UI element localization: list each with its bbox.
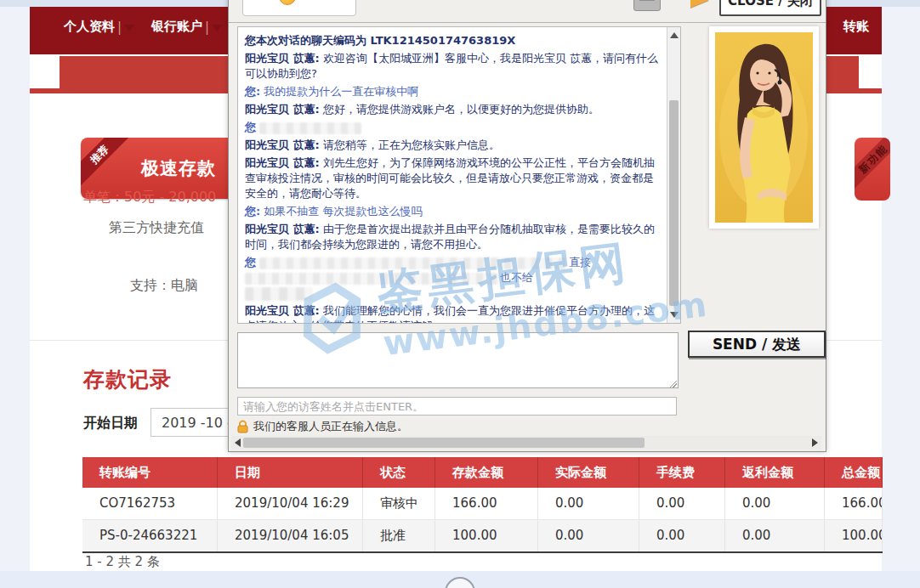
nav-item-bank-account[interactable]: 银行账户|: [151, 19, 222, 35]
chat-quick-input[interactable]: [242, 0, 356, 16]
chat-message: 阳光宝贝 苡蕙: 您好，请您提供游戏账户名，以便更好的为您提供协助。: [245, 102, 658, 117]
scroll-up-icon[interactable]: [670, 32, 679, 38]
records-title: 存款记录: [83, 365, 172, 393]
lock-icon: [237, 420, 248, 433]
conversation-scrollbar[interactable]: [667, 27, 680, 323]
chat-message: 阳光宝贝 苡蕙: 刘先生您好，为了保障网络游戏环境的公平公正性，平台方会随机抽查…: [245, 155, 658, 201]
emoji-icon: [279, 0, 296, 5]
chat-message-redacted: 您 直接也不给: [245, 255, 658, 301]
chat-message: 阳光宝贝 苡蕙: 由于您是首次提出提款并且由平台分随机抽取审核，是需要比较久的时…: [245, 222, 658, 252]
chat-toolbar: CLOSE / 关闭: [229, 0, 826, 23]
scroll-down-icon[interactable]: [670, 312, 679, 318]
resize-grip[interactable]: [669, 380, 677, 387]
chevron-down-icon: [212, 25, 222, 31]
deposit-method-text: 第三方快捷充值: [109, 219, 204, 237]
nav-item-transfer[interactable]: 转账: [843, 19, 869, 35]
new-feature-button[interactable]: 新功能: [855, 138, 890, 201]
deposit-support-text: 支持：电脑: [130, 277, 198, 295]
close-chat-button[interactable]: CLOSE / 关闭: [719, 0, 821, 16]
print-icon[interactable]: [633, 0, 661, 11]
chevron-down-icon: [124, 25, 134, 31]
redacted-text: [259, 122, 361, 134]
deposit-records-table: 转账编号 日期 状态 存款金额 实际金额 手续费 返利金额 总金额 CO7162…: [82, 457, 883, 553]
agent-photo-illustration: [715, 32, 813, 223]
scrollbar-thumb[interactable]: [243, 438, 645, 448]
agent-photo: [709, 26, 819, 229]
table-row: CO7162753 2019/10/04 16:29 审核中 166.00 0.…: [82, 488, 883, 519]
scroll-left-icon[interactable]: [235, 438, 241, 447]
chat-message: 您: 我的提款为什么一直在审核中啊: [245, 84, 658, 99]
chat-session-code: LTK121450174763819X: [371, 34, 516, 47]
deposit-limit-text: 单笔：50元 - 20,000: [83, 189, 216, 206]
message-input[interactable]: [237, 332, 679, 388]
scroll-right-icon[interactable]: [812, 438, 818, 447]
chat-message-redacted: 您: [245, 120, 658, 135]
chat-session-line: 您本次对话的聊天编码为 LTK121450174763819X: [245, 33, 658, 48]
typing-status: 我们的客服人员正在输入信息。: [237, 419, 408, 434]
chat-message: 阳光宝贝 苡蕙: 请您稍等，正在为您核实账户信息。: [245, 138, 658, 153]
conversation-panel: 您本次对话的聊天编码为 LTK121450174763819X 阳光宝贝 苡蕙:…: [237, 26, 681, 324]
pagination-text: 1 - 2 共 2 条: [85, 554, 160, 570]
table-header-row: 转账编号 日期 状态 存款金额 实际金额 手续费 返利金额 总金额: [82, 457, 883, 488]
table-row: PS-0-24663221 2019/10/04 16:05 批准 100.00…: [82, 519, 883, 553]
chat-message: 阳光宝贝 苡蕙: 我们能理解您的心情，我们会一直为您跟进并催促平台方办理的，这点…: [245, 303, 658, 324]
start-date-label: 开始日期: [83, 415, 138, 433]
page-root: 个人资料| 银行账户| 转账 存款 推荐 极速存款 新功能 单笔：50元 - 2…: [0, 0, 920, 588]
chat-horizontal-scrollbar[interactable]: [231, 436, 821, 449]
scrollbar-thumb[interactable]: [669, 100, 679, 306]
recommend-ribbon: 推荐: [81, 138, 134, 189]
livechat-window: CLOSE / 关闭 您本次对话的聊天编码为 LTK12145017476381…: [228, 0, 826, 452]
chat-message: 阳光宝贝 苡蕙: 欢迎咨询【太阳城亚洲】客服中心，我是阳光宝贝 苡蕙，请问有什么…: [245, 51, 658, 82]
send-transcript-icon[interactable]: [690, 0, 709, 8]
new-feature-ribbon: 新功能: [855, 138, 890, 195]
visitor-name-input[interactable]: [237, 397, 677, 416]
chat-message: 您: 如果不抽查 每次提款也这么慢吗: [245, 204, 658, 219]
nav-item-profile[interactable]: 个人资料|: [64, 19, 134, 35]
send-button[interactable]: SEND / 发送: [688, 331, 826, 358]
